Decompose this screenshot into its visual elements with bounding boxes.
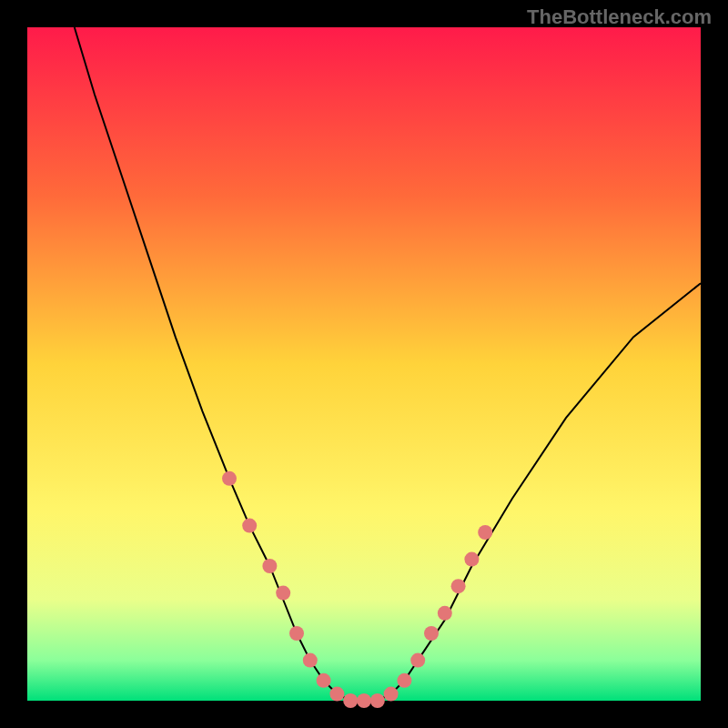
- data-marker: [303, 653, 318, 668]
- data-marker: [397, 673, 411, 688]
- data-marker: [438, 606, 452, 621]
- data-marker: [478, 525, 492, 540]
- bottleneck-chart: [0, 0, 728, 728]
- data-marker: [262, 559, 277, 573]
- data-marker: [317, 673, 331, 688]
- data-marker: [357, 693, 371, 708]
- data-marker: [276, 586, 290, 601]
- data-marker: [343, 693, 358, 708]
- data-marker: [242, 519, 257, 533]
- data-marker: [384, 687, 399, 702]
- data-marker: [410, 653, 425, 668]
- data-marker: [370, 693, 385, 708]
- data-marker: [424, 626, 439, 641]
- data-marker: [451, 579, 466, 593]
- data-marker: [222, 471, 237, 486]
- chart-container: { "watermark": "TheBottleneck.com", "cha…: [0, 0, 728, 728]
- data-marker: [289, 626, 304, 641]
- data-marker: [464, 552, 479, 567]
- watermark-text: TheBottleneck.com: [527, 5, 712, 29]
- plot-background: [27, 27, 701, 701]
- data-marker: [329, 687, 344, 702]
